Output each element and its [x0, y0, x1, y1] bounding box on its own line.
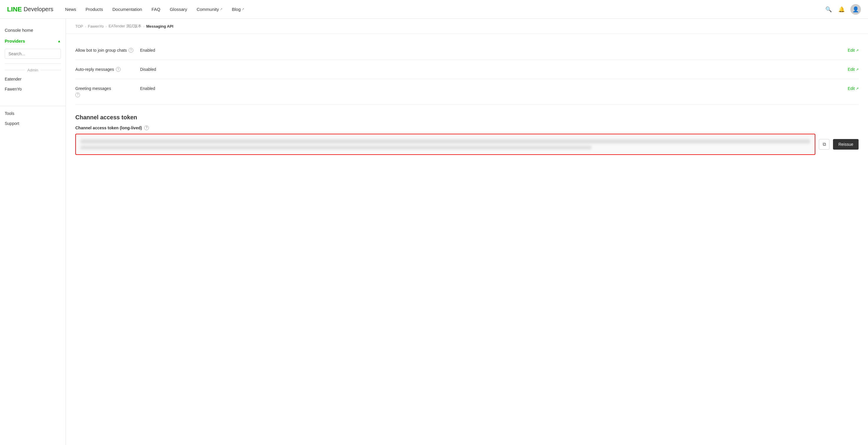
reissue-button[interactable]: Reissue: [833, 139, 859, 149]
sidebar-item-tools[interactable]: Tools: [0, 108, 66, 118]
external-link-icon: ↗: [242, 7, 244, 11]
breadcrumb-eatender[interactable]: EATender 測試版本: [108, 24, 142, 29]
external-link-icon: ↗: [856, 68, 859, 71]
token-label: Channel access token (long-lived) ?: [75, 126, 859, 130]
section-title-token: Channel access token: [75, 114, 859, 121]
sidebar-bottom: Tools Support: [0, 106, 66, 129]
breadcrumb-sep-2: ›: [105, 24, 107, 29]
nav-blog[interactable]: Blog ↗: [232, 7, 244, 12]
chevron-up-icon: ▲: [57, 39, 61, 43]
nav-news[interactable]: News: [65, 7, 76, 12]
breadcrumb-sep-1: ›: [85, 24, 86, 29]
setting-action-auto-reply: Edit ↗: [841, 67, 859, 72]
main-content: TOP › FawenYo › EATender 測試版本 › Messagin…: [66, 19, 868, 445]
setting-label-greeting: Greeting messages ?: [75, 86, 140, 97]
help-icon-greeting[interactable]: ?: [75, 93, 80, 97]
nav-community[interactable]: Community ↗: [196, 7, 222, 12]
avatar[interactable]: 👤: [850, 4, 861, 15]
sidebar-item-fawenyo[interactable]: FawenYo: [0, 84, 66, 94]
token-blurred-line-1: [81, 139, 810, 143]
setting-row-auto-reply: Auto-reply messages ? Disabled Edit ↗: [75, 60, 859, 79]
external-link-icon: ↗: [856, 87, 859, 91]
setting-action-group-chats: Edit ↗: [841, 48, 859, 53]
help-icon-group-chats[interactable]: ?: [129, 48, 133, 53]
setting-row-group-chats: Allow bot to join group chats ? Enabled …: [75, 41, 859, 60]
logo[interactable]: LINE Developers: [7, 6, 53, 13]
sidebar-item-support[interactable]: Support: [0, 118, 66, 129]
setting-value-auto-reply: Disabled: [140, 67, 841, 72]
header-actions: 🔍 🔔 👤: [825, 4, 861, 15]
console-home[interactable]: Console home: [0, 25, 66, 36]
help-icon-auto-reply[interactable]: ?: [116, 67, 121, 72]
channel-access-token-section: Channel access token Channel access toke…: [75, 114, 859, 155]
nav-glossary[interactable]: Glossary: [170, 7, 187, 12]
providers-label: Providers: [5, 38, 25, 43]
layout: Console home Providers ▲ Admin Eatender …: [0, 19, 868, 445]
setting-value-greeting: Enabled: [140, 86, 841, 91]
external-link-icon: ↗: [220, 7, 222, 11]
logo-line: LINE: [7, 6, 22, 13]
breadcrumb-top[interactable]: TOP: [75, 24, 83, 29]
breadcrumb-fawenyo[interactable]: FawenYo: [88, 24, 104, 29]
header-nav: News Products Documentation FAQ Glossary…: [65, 7, 825, 12]
search-icon[interactable]: 🔍: [825, 5, 833, 13]
breadcrumb: TOP › FawenYo › EATender 測試版本 › Messagin…: [66, 19, 868, 34]
token-box: [75, 134, 815, 155]
nav-faq[interactable]: FAQ: [152, 7, 160, 12]
settings-content: Allow bot to join group chats ? Enabled …: [66, 34, 868, 162]
copy-token-button[interactable]: ⧉: [819, 139, 830, 149]
breadcrumb-messaging-api: Messaging API: [146, 24, 173, 29]
token-row: ⧉ Reissue: [75, 134, 859, 155]
copy-icon: ⧉: [823, 142, 826, 147]
logo-developers: Developers: [24, 6, 53, 13]
setting-value-group-chats: Enabled: [140, 48, 841, 53]
sidebar: Console home Providers ▲ Admin Eatender …: [0, 19, 66, 445]
admin-label: Admin: [0, 66, 66, 74]
setting-row-greeting: Greeting messages ? Enabled Edit ↗: [75, 79, 859, 105]
edit-link-auto-reply[interactable]: Edit ↗: [848, 67, 859, 72]
bell-icon[interactable]: 🔔: [837, 5, 846, 13]
external-link-icon: ↗: [856, 48, 859, 52]
sidebar-item-eatender[interactable]: Eatender: [0, 74, 66, 84]
nav-documentation[interactable]: Documentation: [113, 7, 142, 12]
setting-label-auto-reply: Auto-reply messages ?: [75, 67, 140, 72]
providers-section[interactable]: Providers ▲: [0, 36, 66, 46]
search-input[interactable]: [5, 49, 61, 59]
setting-action-greeting: Edit ↗: [841, 86, 859, 91]
edit-link-greeting[interactable]: Edit ↗: [848, 86, 859, 91]
token-blurred-line-2: [81, 146, 591, 149]
edit-link-group-chats[interactable]: Edit ↗: [848, 48, 859, 53]
breadcrumb-sep-3: ›: [143, 24, 145, 29]
header: LINE Developers News Products Documentat…: [0, 0, 868, 19]
nav-products[interactable]: Products: [86, 7, 103, 12]
setting-label-group-chats: Allow bot to join group chats ?: [75, 48, 140, 53]
help-icon-token[interactable]: ?: [144, 126, 149, 130]
